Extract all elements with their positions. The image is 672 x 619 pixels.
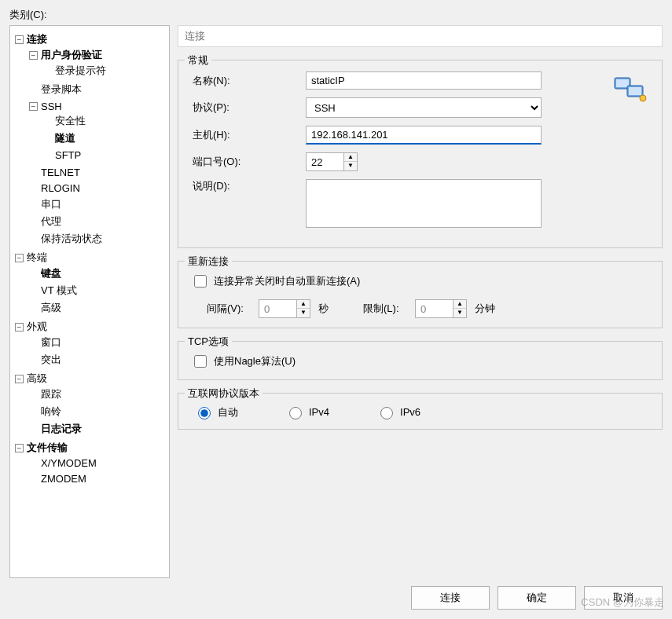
tree-item-login-prompt[interactable]: 登录提示符 — [55, 64, 106, 76]
limit-spin-down[interactable]: ▼ — [454, 309, 466, 317]
tree-item-vtmode[interactable]: VT 模式 — [41, 284, 77, 296]
tree-item-ssh[interactable]: SSH — [41, 101, 62, 112]
tree-item-xymodem[interactable]: X/YMODEM — [41, 457, 97, 469]
tree-item-bell[interactable]: 响铃 — [41, 405, 61, 417]
tree-item-logging[interactable]: 日志记录 — [41, 423, 82, 434]
tree-item-highlight[interactable]: 突出 — [41, 353, 61, 365]
svg-rect-3 — [629, 87, 641, 95]
tree-toggle-ssh[interactable] — [29, 102, 38, 111]
radio-ipv4-label: IPv4 — [309, 406, 329, 418]
nagle-checkbox[interactable] — [194, 355, 207, 368]
tree-toggle-connection[interactable] — [15, 35, 24, 44]
tree-toggle-filetransfer[interactable] — [15, 444, 24, 452]
description-textarea[interactable] — [306, 179, 542, 228]
unit-seconds: 秒 — [318, 302, 329, 316]
radio-ipv6-label: IPv6 — [400, 406, 420, 418]
tree-item-terminal[interactable]: 终端 — [27, 251, 47, 263]
tree-toggle-userauth[interactable] — [29, 51, 38, 60]
tree-item-telnet[interactable]: TELNET — [41, 167, 80, 178]
svg-rect-1 — [616, 79, 629, 87]
label-limit: 限制(L): — [363, 302, 407, 316]
port-spin-up[interactable]: ▲ — [344, 153, 357, 162]
group-tcp: TCP选项 使用Nagle算法(U) — [178, 341, 663, 380]
tree-toggle-advanced[interactable] — [15, 375, 24, 383]
tree-item-userauth[interactable]: 用户身份验证 — [41, 49, 102, 60]
unit-minutes: 分钟 — [475, 302, 495, 316]
protocol-select[interactable]: SSH — [306, 97, 542, 118]
legend-general: 常规 — [185, 53, 211, 68]
tree-item-appearance[interactable]: 外观 — [27, 320, 47, 332]
tree-item-tunnel[interactable]: 隧道 — [55, 132, 75, 144]
cancel-button[interactable]: 取消 — [584, 586, 663, 610]
label-protocol: 协议(P): — [188, 101, 306, 115]
radio-ip-auto-label: 自动 — [218, 405, 238, 419]
tree-item-trace[interactable]: 跟踪 — [41, 388, 61, 400]
tree-item-security[interactable]: 安全性 — [55, 115, 86, 126]
tree-item-connection[interactable]: 连接 — [27, 33, 47, 45]
tree-item-adv-term[interactable]: 高级 — [41, 302, 61, 313]
tree-toggle-terminal[interactable] — [15, 254, 24, 262]
category-label: 类别(C): — [9, 8, 663, 22]
tree-item-window[interactable]: 窗口 — [41, 336, 61, 348]
radio-ipv4[interactable] — [289, 407, 302, 419]
port-input[interactable] — [306, 152, 343, 171]
tree-item-keyboard[interactable]: 键盘 — [41, 267, 61, 279]
tree-item-rlogin[interactable]: RLOGIN — [41, 182, 80, 194]
ok-button[interactable]: 确定 — [498, 586, 576, 610]
tree-item-filetransfer[interactable]: 文件传输 — [27, 441, 68, 453]
tree-item-keepalive[interactable]: 保持活动状态 — [41, 233, 102, 244]
tree-item-proxy[interactable]: 代理 — [41, 215, 61, 227]
svg-point-4 — [640, 95, 646, 101]
host-input[interactable] — [306, 126, 542, 145]
group-ipversion: 互联网协议版本 自动 IPv4 IPv6 — [178, 393, 663, 430]
tree-item-serial[interactable]: 串口 — [41, 198, 61, 210]
interval-spin-down[interactable]: ▼ — [297, 309, 310, 317]
radio-ipv6[interactable] — [380, 407, 393, 419]
label-interval: 间隔(V): — [207, 302, 251, 316]
limit-input[interactable] — [415, 299, 453, 318]
nagle-label: 使用Nagle算法(U) — [214, 354, 296, 368]
label-port: 端口号(O): — [188, 155, 306, 169]
page-title: 连接 — [178, 25, 663, 47]
legend-tcp: TCP选项 — [185, 335, 232, 349]
interval-spin-up[interactable]: ▲ — [297, 300, 310, 309]
legend-ipversion: 互联网协议版本 — [185, 386, 263, 401]
label-name: 名称(N): — [188, 74, 306, 88]
network-computers-icon — [613, 75, 648, 105]
connect-button[interactable]: 连接 — [411, 586, 490, 610]
radio-ip-auto[interactable] — [198, 407, 211, 419]
auto-reconnect-label: 连接异常关闭时自动重新连接(A) — [214, 274, 360, 288]
tree-item-sftp[interactable]: SFTP — [55, 149, 81, 161]
label-description: 说明(D): — [188, 179, 306, 193]
label-host: 主机(H): — [188, 128, 306, 142]
tree-item-login-script[interactable]: 登录脚本 — [41, 83, 82, 95]
category-tree[interactable]: 连接 用户身份验证 登录提示符 登录脚本 SSH 安全性 隧道 — [9, 25, 170, 578]
port-spin-down[interactable]: ▼ — [344, 162, 357, 170]
legend-reconnect: 重新连接 — [185, 255, 232, 269]
auto-reconnect-checkbox[interactable] — [194, 275, 207, 288]
tree-toggle-appearance[interactable] — [15, 323, 24, 331]
tree-item-advanced[interactable]: 高级 — [27, 372, 47, 384]
group-reconnect: 重新连接 连接异常关闭时自动重新连接(A) 间隔(V): ▲▼ 秒 限制(L): — [178, 261, 663, 328]
group-general: 常规 名称(N): 协议(P): SSH — [178, 60, 663, 248]
interval-input[interactable] — [259, 299, 296, 318]
limit-spin-up[interactable]: ▲ — [454, 300, 466, 309]
tree-item-zmodem[interactable]: ZMODEM — [41, 473, 86, 485]
name-input[interactable] — [306, 71, 542, 90]
